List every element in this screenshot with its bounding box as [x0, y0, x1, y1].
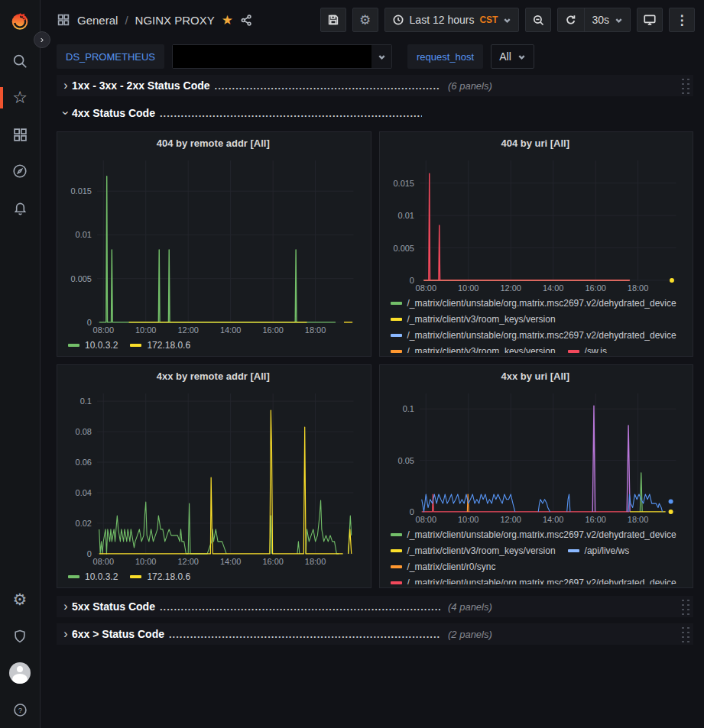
svg-text:10:00: 10:00: [458, 283, 479, 293]
svg-text:16:00: 16:00: [585, 283, 605, 293]
sidebar: ☆ ⚙ ? ›: [0, 0, 41, 728]
request-host-select[interactable]: All: [491, 44, 534, 69]
panel-grid: 404 by remote addr [All] 08:0010:0012:00…: [57, 131, 693, 588]
svg-text:0.015: 0.015: [70, 186, 91, 196]
legend-item[interactable]: /_matrix/client/unstable/org.matrix.msc2…: [391, 574, 676, 584]
sidebar-expand-button[interactable]: ›: [34, 31, 50, 48]
legend-label: /_matrix/client/unstable/org.matrix.msc2…: [407, 330, 676, 341]
settings-gear-icon: ⚙: [13, 590, 28, 609]
datasource-select[interactable]: [172, 44, 392, 69]
dashboard-settings-button[interactable]: ⚙: [352, 8, 378, 32]
kebab-icon: ⋮: [676, 12, 689, 28]
svg-text:0.1: 0.1: [80, 396, 92, 406]
share-icon[interactable]: [240, 14, 253, 27]
svg-text:12:00: 12:00: [177, 557, 198, 566]
svg-text:18:00: 18:00: [305, 557, 326, 566]
search-icon: [11, 53, 28, 70]
sidebar-item-dashboards[interactable]: [0, 116, 41, 153]
row-1xx-3xx-2xx[interactable]: › 1xx - 3xx - 2xx Status Code ..........…: [57, 75, 693, 96]
svg-text:0.01: 0.01: [76, 230, 92, 239]
svg-text:14:00: 14:00: [542, 283, 563, 293]
legend-label: /_matrix/client/unstable/org.matrix.msc2…: [407, 578, 676, 585]
legend-item[interactable]: /api/live/ws: [568, 542, 630, 558]
sidebar-item-starred[interactable]: ☆: [0, 79, 41, 116]
sidebar-item-server-admin[interactable]: [0, 618, 41, 655]
zoom-out-icon: [532, 14, 545, 27]
row-title: 6xx > Status Code: [72, 628, 164, 640]
row-panel-count: (4 panels): [448, 601, 492, 613]
timeseries-chart[interactable]: 08:0010:0012:0014:0016:0018:0000.050.1: [386, 387, 686, 526]
svg-text:0: 0: [87, 318, 92, 327]
sidebar-item-alerting[interactable]: [0, 189, 41, 226]
sidebar-item-profile[interactable]: [0, 655, 41, 691]
refresh-interval-label: 30s: [592, 14, 609, 26]
timeseries-chart[interactable]: 08:0010:0012:0014:0016:0018:0000.020.040…: [63, 387, 363, 568]
sidebar-item-help[interactable]: ?: [0, 691, 41, 728]
legend-swatch: [391, 334, 402, 337]
legend-item[interactable]: /_matrix/client/r0/sync: [391, 558, 496, 574]
clock-icon: [392, 14, 404, 26]
refresh-interval-button[interactable]: 30s: [584, 8, 630, 31]
submenu-variables: DS_PROMETHEUS request_host All: [41, 40, 704, 73]
cycle-view-mode-button[interactable]: [637, 8, 663, 32]
panel-title[interactable]: 404 by uri [All]: [386, 138, 686, 154]
row-4xx[interactable]: › 4xx Status Code ......................…: [57, 102, 693, 124]
zoom-out-button[interactable]: [525, 8, 551, 32]
legend-item[interactable]: /sw.js: [568, 343, 607, 353]
datasource-variable-label: DS_PROMETHEUS: [57, 44, 164, 69]
legend-swatch: [568, 350, 579, 353]
svg-text:14:00: 14:00: [220, 325, 241, 335]
sidebar-item-configuration[interactable]: ⚙: [0, 581, 41, 618]
legend-item[interactable]: /_matrix/client/v3/room_keys/version: [391, 542, 556, 558]
sidebar-item-explore[interactable]: [0, 153, 41, 189]
svg-text:18:00: 18:00: [627, 515, 647, 524]
drag-grip[interactable]: [680, 625, 690, 643]
svg-text:12:00: 12:00: [500, 283, 521, 293]
drag-grip[interactable]: [680, 597, 690, 616]
panel-title[interactable]: 4xx by remote addr [All]: [63, 370, 363, 387]
save-dashboard-button[interactable]: [320, 8, 346, 32]
legend-item[interactable]: /_matrix/client/unstable/org.matrix.msc2…: [391, 327, 676, 343]
row-5xx[interactable]: › 5xx Status Code ......................…: [57, 596, 693, 617]
page-title[interactable]: NGINX PROXY: [135, 14, 215, 27]
legend-item[interactable]: 10.0.3.2: [68, 568, 118, 584]
legend-item[interactable]: /_matrix/client/unstable/org.matrix.msc2…: [391, 295, 676, 311]
favorite-star-icon[interactable]: ★: [222, 12, 233, 28]
refresh-picker: 30s: [557, 8, 631, 32]
row-6xx[interactable]: › 6xx > Status Code ....................…: [57, 623, 693, 645]
request-host-variable-label: request_host: [407, 44, 483, 69]
drag-grip[interactable]: [680, 76, 690, 95]
time-range-button[interactable]: Last 12 hours CST: [385, 8, 519, 31]
more-options-button[interactable]: ⋮: [669, 8, 695, 32]
breadcrumb-section[interactable]: General: [77, 14, 118, 27]
legend-item[interactable]: 172.18.0.6: [130, 568, 190, 584]
chevron-down-icon: [378, 53, 386, 61]
time-range-label: Last 12 hours: [410, 14, 475, 26]
svg-text:0.1: 0.1: [402, 404, 414, 413]
sidebar-item-search[interactable]: [0, 43, 41, 79]
legend-item[interactable]: 10.0.3.2: [68, 337, 118, 353]
svg-text:16:00: 16:00: [585, 515, 605, 524]
refresh-button[interactable]: [558, 8, 584, 31]
svg-text:08:00: 08:00: [415, 283, 436, 293]
refresh-icon: [565, 14, 577, 26]
timeseries-chart[interactable]: 08:0010:0012:0014:0016:0018:0000.0050.01…: [386, 154, 686, 295]
active-indicator: [0, 87, 3, 108]
chevron-right-icon: ›: [60, 79, 72, 92]
legend-label: 172.18.0.6: [147, 340, 190, 351]
row-title: 1xx - 3xx - 2xx Status Code: [72, 79, 210, 92]
panel-title[interactable]: 4xx by uri [All]: [386, 370, 686, 387]
legend-item[interactable]: /_matrix/client/v3/room_keys/version: [391, 343, 556, 353]
dashboard-header: General / NGINX PROXY ★ ⚙: [41, 0, 704, 40]
panel-legend: 10.0.3.2172.18.0.6: [63, 568, 363, 584]
panel-title[interactable]: 404 by remote addr [All]: [63, 138, 363, 154]
svg-text:14:00: 14:00: [542, 515, 563, 524]
breadcrumb-separator: /: [125, 14, 128, 27]
timeseries-chart[interactable]: 08:0010:0012:0014:0016:0018:0000.0050.01…: [63, 154, 363, 337]
legend-item[interactable]: /_matrix/client/unstable/org.matrix.msc2…: [391, 526, 676, 542]
legend-item[interactable]: /_matrix/client/v3/room_keys/version: [391, 311, 556, 327]
select-chevron-zone: [371, 45, 391, 68]
legend-swatch: [391, 533, 402, 536]
admin-shield-icon: [12, 629, 28, 644]
legend-item[interactable]: 172.18.0.6: [130, 337, 190, 353]
